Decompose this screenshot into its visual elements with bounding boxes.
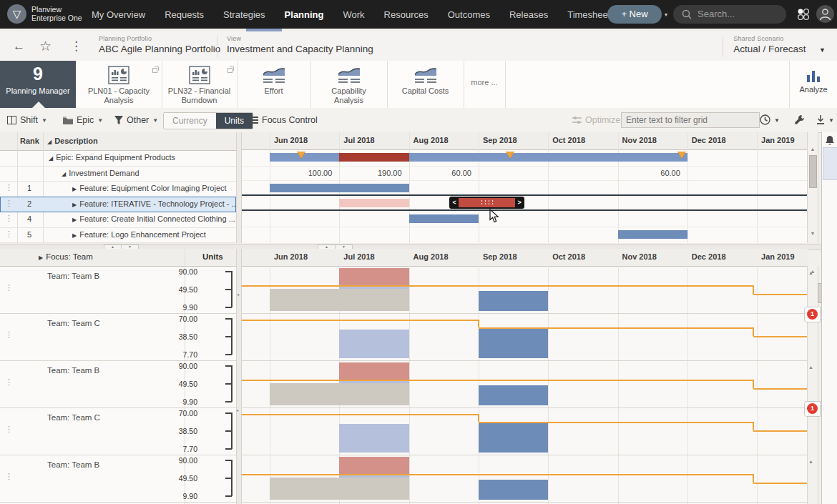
capacity-bar-gray[interactable] [339,289,408,311]
apps-grid-icon[interactable] [796,6,811,22]
scroll-down-icon[interactable]: ▼ [808,231,818,236]
grid-row[interactable]: ◢Investment Demand [0,166,236,182]
grid-row[interactable]: ⋮5▶Feature: Logo Enhancement Project [0,227,236,244]
scroll-up-icon[interactable]: ▲ [808,459,813,464]
description-column-header[interactable]: ◢Description [47,137,98,145]
row-kebab-icon[interactable]: ⋮ [5,214,13,223]
card-capital-costs[interactable]: Capital Costs [387,61,464,108]
capacity-bar-lavender[interactable] [339,424,408,453]
grid-row[interactable]: ⋮1▶Feature: Equipment Color Imaging Proj… [0,181,236,197]
capacity-bar-blue[interactable] [479,480,548,500]
units-toggle[interactable]: Units [216,113,253,129]
view-breadcrumb[interactable]: View Investment and Capacity Planning [227,35,373,54]
capacity-chart-row[interactable] [242,455,808,503]
nav-item-resources[interactable]: Resources [384,9,429,20]
planview-logo-icon[interactable]: ▽ [7,4,26,24]
collapse-all-icon[interactable]: ◢ [47,139,52,145]
rail-section[interactable] [823,147,837,180]
grid-row[interactable]: ◢Epic: Expand Equipment Products [0,150,236,167]
expand-icon[interactable]: ▶ [72,217,77,223]
expand-icon[interactable]: ▶ [72,232,77,239]
row-kebab-icon[interactable]: ⋮ [5,425,13,434]
grid-row[interactable]: ⋮4▶Feature: Create Initial Connected Clo… [0,212,236,228]
scroll-thumb[interactable] [809,155,817,188]
chevron-down-icon[interactable]: ▼ [828,117,834,124]
team-row[interactable]: ⋮Team: Team B90.0049.509.90 [0,266,236,314]
scroll-up-icon[interactable]: ▲ [808,365,813,370]
capacity-bar-salmon[interactable] [339,457,408,474]
capacity-bar-blue[interactable] [479,385,548,405]
milestone-icon[interactable] [297,152,305,159]
capacity-bar-blue[interactable] [479,329,548,358]
wrench-icon[interactable] [794,114,805,125]
milestone-icon[interactable] [506,152,514,159]
nav-item-work[interactable]: Work [343,9,364,20]
capacity-bar-salmon[interactable] [339,268,408,285]
alerts-rail[interactable] [821,132,837,504]
expand-icon[interactable]: ▶ [72,202,77,208]
chevron-down-icon[interactable]: ▼ [774,117,780,124]
nav-item-releases[interactable]: Releases [509,9,548,20]
collapse-left-icon[interactable]: ◂ [237,292,239,297]
capacity-chart-row[interactable] [242,407,808,455]
back-icon[interactable]: ← [13,31,25,61]
drag-left-handle-icon[interactable]: < [450,198,459,207]
feature-gantt-bar[interactable] [618,230,687,239]
scroll-up-icon[interactable]: ▲ [808,270,813,275]
kebab-menu-icon[interactable]: ⋮ [70,31,82,61]
card-effort[interactable]: Effort [237,61,311,108]
other-filter-menu[interactable]: Other▼ [114,108,158,132]
team-row[interactable]: ⋮Team: Team B90.0049.509.90 [0,360,236,408]
favorite-star-icon[interactable]: ☆ [39,31,52,61]
feature-gantt-bar[interactable] [409,214,479,223]
card-capability-analysis[interactable]: Capability Analysis [310,61,388,108]
currency-toggle[interactable]: Currency [164,113,216,129]
milestone-icon[interactable] [677,152,686,159]
row-kebab-icon[interactable]: ⋮ [5,330,13,340]
capacity-bar-gray[interactable] [339,478,408,500]
popout-icon[interactable] [152,63,159,76]
analyze-button[interactable]: Analyze [789,61,837,108]
nav-item-my-overview[interactable]: My Overview [92,9,145,20]
search-input[interactable]: Search... [673,5,786,24]
grid-row[interactable]: ⋮2▶Feature: ITERATIVE - Technology Proje… [0,197,236,213]
nav-item-outcomes[interactable]: Outcomes [448,9,490,20]
download-icon[interactable] [816,114,826,125]
capacity-bar-blue[interactable] [479,423,548,453]
alert-badge[interactable]: 1 [804,401,821,417]
planning-manager-tile[interactable]: 9 Planning Manager [0,61,76,108]
history-clock-icon[interactable] [760,114,770,125]
team-row[interactable]: ⋮Team: Team C70.0038.507.70 [0,313,236,361]
nav-item-strategies[interactable]: Strategies [223,9,265,20]
row-kebab-icon[interactable]: ⋮ [5,377,13,387]
epic-menu[interactable]: Epic▼ [63,108,103,132]
row-kebab-icon[interactable]: ⋮ [5,199,13,208]
scenario-selector[interactable]: Shared Scenario Actual / Forecast ▼ [733,35,826,55]
optimize-button[interactable]: Optimize [572,108,620,132]
card-pln32-financial-burndown[interactable]: PLN32 - Financial Burndown [162,61,238,108]
shift-menu[interactable]: Shift▼ [7,108,47,132]
nav-item-planning[interactable]: Planning [285,9,324,20]
card-more[interactable]: more ... [464,61,506,108]
capacity-bar-lavender[interactable] [339,330,408,358]
popout-icon[interactable] [227,63,234,76]
focus-control-button[interactable]: Focus Control [249,108,318,132]
capacity-chart-row[interactable] [242,266,808,314]
nav-item-requests[interactable]: Requests [165,9,204,20]
charts-vertical-scrollbar[interactable]: ▲ [807,266,818,504]
focus-team-header[interactable]: ▶Focus: Team [39,252,93,261]
capacity-bar-blue[interactable] [479,291,548,311]
team-row[interactable]: ⋮Team: Team C70.0038.507.70 [0,407,236,455]
new-button[interactable]: + New [607,5,662,24]
card-pln01-capacity-analysis[interactable]: PLN01 - Capacity Analysis [76,61,162,108]
row-kebab-icon[interactable]: ⋮ [5,183,13,192]
feature-gantt-bar[interactable] [270,184,409,192]
scroll-up-icon[interactable]: ▲ [808,147,818,152]
collapse-icon[interactable]: ◢ [49,155,53,162]
collapse-icon[interactable]: ◢ [62,171,66,177]
portfolio-breadcrumb[interactable]: Planning Portfolio ABC Agile Planning Po… [99,35,220,54]
nav-item-timesheet[interactable]: Timesheet [567,9,610,20]
epic-gantt-bar[interactable] [270,153,687,162]
rank-column-header[interactable]: Rank [20,137,39,145]
capacity-bar-salmon[interactable] [339,362,408,380]
